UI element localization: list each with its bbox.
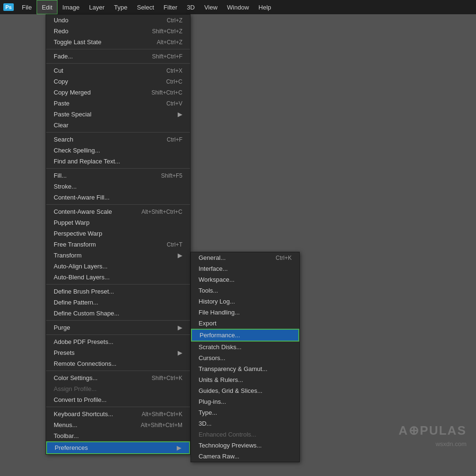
preferences-submenu: General... Ctrl+K Interface... Workspace… — [190, 252, 300, 462]
menu-edit[interactable]: Edit — [37, 0, 57, 14]
menu-adobe-pdf-presets[interactable]: Adobe PDF Presets... — [46, 336, 190, 347]
menu-auto-blend-layers[interactable]: Auto-Blend Layers... — [46, 272, 190, 283]
prefs-performance[interactable]: Performance... — [191, 329, 299, 342]
menu-copy-merged[interactable]: Copy Merged Shift+Ctrl+C — [46, 87, 190, 98]
prefs-enhanced-controls[interactable]: Enhanced Controls... — [191, 429, 299, 440]
prefs-tools[interactable]: Tools... — [191, 285, 299, 296]
menu-transform[interactable]: Transform ▶ — [46, 250, 190, 261]
separator-7 — [46, 320, 190, 321]
menu-fade[interactable]: Fade... Shift+Ctrl+F — [46, 51, 190, 62]
menu-puppet-warp[interactable]: Puppet Warp — [46, 217, 190, 228]
prefs-type[interactable]: Type... — [191, 407, 299, 418]
menu-color-settings[interactable]: Color Settings... Shift+Ctrl+K — [46, 372, 190, 383]
menu-copy[interactable]: Copy Ctrl+C — [46, 76, 190, 87]
separator-10 — [46, 407, 190, 407]
menu-paste[interactable]: Paste Ctrl+V — [46, 98, 190, 109]
menu-toggle-last-state[interactable]: Toggle Last State Alt+Ctrl+Z — [46, 37, 190, 48]
prefs-file-handling[interactable]: File Handling... — [191, 307, 299, 318]
menu-search[interactable]: Search Ctrl+F — [46, 134, 190, 145]
menu-check-spelling[interactable]: Check Spelling... — [46, 145, 190, 156]
prefs-guides-grid-slices[interactable]: Guides, Grid & Slices... — [191, 385, 299, 396]
prefs-export[interactable]: Export — [191, 318, 299, 329]
menu-purge[interactable]: Purge ▶ — [46, 322, 190, 333]
menu-preferences[interactable]: Preferences ▶ — [46, 441, 190, 454]
watermark-url-area: wsxdn.com — [436, 440, 466, 447]
menu-stroke[interactable]: Stroke... — [46, 181, 190, 192]
ps-logo-text: Ps — [3, 3, 13, 11]
separator-2 — [46, 63, 190, 64]
watermark-url: wsxdn.com — [436, 440, 466, 447]
separator-6 — [46, 284, 190, 285]
menu-type[interactable]: Type — [109, 0, 132, 14]
menu-layer[interactable]: Layer — [85, 0, 110, 14]
prefs-technology-previews[interactable]: Technology Previews... — [191, 440, 299, 451]
prefs-plug-ins[interactable]: Plug-ins... — [191, 396, 299, 407]
menubar: Ps File Edit Image Layer Type Select Fil… — [0, 0, 476, 14]
menu-redo[interactable]: Redo Shift+Ctrl+Z — [46, 26, 190, 37]
menu-paste-special[interactable]: Paste Special ▶ — [46, 109, 190, 120]
prefs-history-log[interactable]: History Log... — [191, 296, 299, 307]
menu-content-aware-fill[interactable]: Content-Aware Fill... — [46, 192, 190, 203]
separator-8 — [46, 334, 190, 335]
prefs-general[interactable]: General... Ctrl+K — [191, 252, 299, 263]
edit-dropdown-menu: Undo Ctrl+Z Redo Shift+Ctrl+Z Toggle Las… — [46, 14, 190, 455]
menu-define-custom-shape[interactable]: Define Custom Shape... — [46, 308, 190, 319]
app-logo: Ps — [0, 0, 17, 14]
menu-define-pattern[interactable]: Define Pattern... — [46, 297, 190, 308]
menu-window[interactable]: Window — [222, 0, 254, 14]
separator-5 — [46, 204, 190, 205]
menu-cut[interactable]: Cut Ctrl+X — [46, 65, 190, 76]
prefs-scratch-disks[interactable]: Scratch Disks... — [191, 342, 299, 352]
menu-3d[interactable]: 3D — [182, 0, 200, 14]
menu-define-brush-preset[interactable]: Define Brush Preset... — [46, 286, 190, 297]
menu-content-aware-scale[interactable]: Content-Aware Scale Alt+Shift+Ctrl+C — [46, 206, 190, 217]
menu-fill[interactable]: Fill... Shift+F5 — [46, 170, 190, 181]
separator-1 — [46, 49, 190, 49]
menu-view[interactable]: View — [200, 0, 222, 14]
menu-help[interactable]: Help — [254, 0, 276, 14]
watermark-logo: A⊕PULAS — [399, 423, 466, 438]
prefs-3d[interactable]: 3D... — [191, 418, 299, 429]
menu-presets[interactable]: Presets ▶ — [46, 347, 190, 358]
menu-free-transform[interactable]: Free Transform Ctrl+T — [46, 239, 190, 250]
menu-auto-align-layers[interactable]: Auto-Align Layers... — [46, 261, 190, 272]
separator-4 — [46, 168, 190, 169]
watermark-area: A⊕PULAS — [399, 423, 466, 438]
prefs-units-rulers[interactable]: Units & Rulers... — [191, 374, 299, 385]
menu-keyboard-shortcuts[interactable]: Keyboard Shortcuts... Alt+Shift+Ctrl+K — [46, 409, 190, 419]
menu-file[interactable]: File — [17, 0, 37, 14]
menu-perspective-warp[interactable]: Perspective Warp — [46, 228, 190, 239]
separator-3 — [46, 132, 190, 133]
menu-find-replace[interactable]: Find and Replace Text... — [46, 156, 190, 167]
separator-9 — [46, 371, 190, 371]
prefs-interface[interactable]: Interface... — [191, 263, 299, 274]
menu-clear[interactable]: Clear — [46, 120, 190, 131]
menu-toolbar[interactable]: Toolbar... — [46, 430, 190, 441]
menu-menus[interactable]: Menus... Alt+Shift+Ctrl+M — [46, 419, 190, 430]
menu-assign-profile[interactable]: Assign Profile... — [46, 383, 190, 394]
prefs-workspace[interactable]: Workspace... — [191, 274, 299, 285]
menu-image[interactable]: Image — [57, 0, 84, 14]
menu-convert-to-profile[interactable]: Convert to Profile... — [46, 394, 190, 405]
menu-undo[interactable]: Undo Ctrl+Z — [46, 15, 190, 26]
prefs-transparency-gamut[interactable]: Transparency & Gamut... — [191, 363, 299, 374]
menu-select[interactable]: Select — [132, 0, 159, 14]
prefs-camera-raw[interactable]: Camera Raw... — [191, 451, 299, 462]
menu-remote-connections[interactable]: Remote Connections... — [46, 358, 190, 369]
prefs-cursors[interactable]: Cursors... — [191, 352, 299, 363]
menu-filter[interactable]: Filter — [159, 0, 182, 14]
